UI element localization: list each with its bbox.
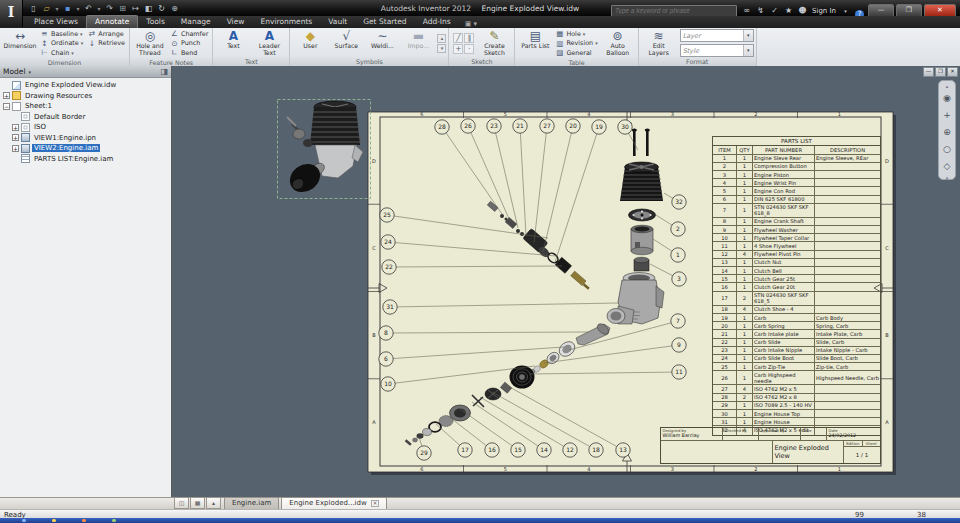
doc-tab-engine-iam[interactable]: Engine.iam — [224, 497, 279, 509]
ribbon-tab-view[interactable]: View — [219, 16, 253, 28]
parts-list-row-31[interactable]: 311Engine House — [713, 418, 880, 426]
doc-minimize-icon[interactable]: — — [923, 67, 934, 77]
doc-tab-engine-exploded-idw[interactable]: Engine Exploded...idw✕ — [281, 497, 387, 509]
tree-item-sheet-1[interactable]: −Sheet:1 — [0, 101, 171, 112]
model-view-toggle-icon[interactable]: ◫ — [174, 497, 189, 509]
close-tab-icon[interactable]: ✕ — [371, 500, 380, 507]
print-icon[interactable]: ⊞ — [117, 3, 128, 14]
ribbon-display-options-icon[interactable]: ▣ ▾ — [465, 20, 477, 28]
parts-list-row-28[interactable]: 282ISO 4762 M2 x 8 — [713, 394, 880, 402]
ribbon-tab-annotate[interactable]: Annotate — [86, 15, 138, 28]
measure-icon[interactable]: ↦ — [130, 3, 141, 14]
doc-restore-icon[interactable]: ❐ — [935, 67, 946, 77]
sketch-tool-icon-3[interactable]: · — [464, 44, 474, 54]
auto-balloon-button[interactable]: ⊚Auto Balloon — [601, 29, 635, 58]
search-input[interactable] — [611, 5, 737, 17]
look-at-icon[interactable]: ◇ — [944, 158, 951, 175]
hole-button[interactable]: ▦Hole▾ — [555, 29, 597, 39]
hole-and-thread-button[interactable]: ◎Hole and Thread — [133, 29, 167, 58]
scroll-down-icon[interactable]: ▾ — [437, 44, 446, 53]
browser-header[interactable]: Model ▾ ◨ — [0, 66, 171, 78]
dropdown-arrow-icon[interactable]: ▾ — [54, 3, 60, 14]
parts-list-row-29[interactable]: 291ISO 7089 2.5 - 140 HV — [713, 402, 880, 410]
doc-close-icon[interactable]: ✕ — [947, 67, 958, 77]
sketch-tool-icon-0[interactable]: ╱ — [453, 33, 463, 43]
user-icon[interactable]: ☻ — [797, 6, 808, 15]
parts-list-row-18[interactable]: 184Clutch Shoe - 4 — [713, 306, 880, 314]
tree-item-iso[interactable]: +ISO — [0, 122, 171, 133]
parts-list-row-30[interactable]: 301Engine House Top — [713, 410, 880, 418]
bend-button[interactable]: ∟Bend — [170, 48, 208, 58]
ribbon-tab-vault[interactable]: Vault — [320, 16, 355, 28]
update-icon[interactable]: ↻ — [156, 3, 167, 14]
revision-button[interactable]: ▥Revision▾ — [555, 39, 597, 49]
chevron-up-icon[interactable]: ▴ — [946, 83, 949, 90]
collapse-tabs-icon[interactable]: ▴ — [206, 497, 221, 509]
sketch-tool-icon-2[interactable]: + — [453, 44, 463, 54]
material-icon[interactable]: ◧ — [143, 3, 154, 14]
binoculars-icon[interactable]: ∞ — [741, 6, 752, 15]
leader-text-button[interactable]: ALeader Text — [252, 29, 286, 57]
wrench-icon[interactable]: ↯ — [755, 6, 766, 15]
chevron-down-icon[interactable]: ▾ — [946, 175, 949, 182]
scroll-up-icon[interactable]: ▴ — [437, 34, 446, 43]
navigation-bar[interactable]: ▴◉+⊕○◇▾ — [938, 80, 956, 180]
parts-list-row-23[interactable]: 231Carb Intake NippleIntake Nipple - Car… — [713, 347, 880, 355]
create-sketch-button[interactable]: ✎Create Sketch — [477, 29, 511, 57]
parts-list-row-14[interactable]: 141Clutch Bell — [713, 267, 880, 275]
undo-icon[interactable]: ↶ — [83, 3, 94, 14]
expand-toggle[interactable]: + — [12, 145, 19, 152]
parts-list-row-12[interactable]: 124Flywheel Pivot Pin — [713, 251, 880, 259]
parts-list-row-20[interactable]: 201Carb SpringSpring, Carb — [713, 322, 880, 330]
dropdown-arrow-icon[interactable]: ▾ — [75, 3, 81, 14]
parts-list-row-3[interactable]: 31Engine Piston — [713, 171, 880, 179]
snapshot-icon[interactable]: ✓ — [769, 6, 780, 15]
save-icon[interactable]: ▪ — [62, 3, 73, 14]
expand-toggle[interactable]: − — [3, 103, 10, 110]
dimension-button[interactable]: ↔Dimension — [3, 29, 37, 58]
tree-item-parts-list-engine-iam[interactable]: PARTS LIST:Engine.iam — [0, 154, 171, 165]
punch-button[interactable]: ⊙Punch — [170, 39, 208, 49]
parts-list-row-22[interactable]: 221Carb SlideSlide, Carb — [713, 339, 880, 347]
ordinate-button[interactable]: ↕Ordinate▾ — [40, 39, 83, 49]
parts-list-row-11[interactable]: 1114 Shoe Flywheel — [713, 242, 880, 250]
expand-toggle[interactable]: + — [12, 124, 19, 131]
parts-list-row-1[interactable]: 11Engine Sleve RearEngine Sleeve, REar — [713, 155, 880, 163]
ribbon-tab-place-views[interactable]: Place Views — [26, 16, 86, 28]
parts-list-row-5[interactable]: 51Engine Con Rod — [713, 187, 880, 195]
parts-list-row-21[interactable]: 211Carb Intake plateIntake Plate, Carb — [713, 330, 880, 338]
parts-list-row-2[interactable]: 21Compression Button — [713, 163, 880, 171]
ribbon-tab-tools[interactable]: Tools — [138, 16, 172, 28]
zoom-icon[interactable]: ⊕ — [943, 124, 951, 141]
expand-toggle[interactable]: + — [12, 134, 19, 141]
new-file-icon[interactable]: ▯ — [28, 3, 39, 14]
ribbon-tab-environments[interactable]: Environments — [252, 16, 320, 28]
sign-in-link[interactable]: Sign In — [812, 7, 836, 15]
dropdown-arrow-icon[interactable]: ▾ — [96, 3, 102, 14]
parts-list-row-10[interactable]: 101Flywheel Taper Collar — [713, 234, 880, 242]
tree-item-view1-engine-ipn[interactable]: +VIEW1:Engine.ipn — [0, 133, 171, 144]
style-select[interactable]: Style▾ — [680, 44, 754, 57]
ribbon-tab-add-ins[interactable]: Add-Ins — [415, 16, 459, 28]
application-menu-button[interactable]: I — [0, 0, 23, 27]
tree-item-default-border[interactable]: Default Border — [0, 112, 171, 123]
weldi-button[interactable]: ∼Weldi... — [365, 29, 399, 57]
parts-list-row-15[interactable]: 151Clutch Gear 25t — [713, 275, 880, 283]
parts-list-row-13[interactable]: 131Clutch Nut — [713, 259, 880, 267]
parts-list-row-4[interactable]: 41Engine Wrist Pin — [713, 179, 880, 187]
sign-in-dropdown-icon[interactable]: ▾ — [840, 8, 851, 14]
expand-toggle[interactable]: + — [3, 92, 10, 99]
redo-icon[interactable]: ↷ — [104, 3, 115, 14]
browser-header-dropdown-icon[interactable]: ▾ — [29, 69, 32, 75]
parts-list-row-17[interactable]: 172STN 024630 SKF SKF 618_5 — [713, 292, 880, 306]
chamfer-button[interactable]: ∠Chamfer — [170, 29, 208, 39]
sketch-tool-icon-1[interactable]: ‖ — [464, 33, 474, 43]
favorites-star-icon[interactable]: ★ — [783, 6, 794, 15]
layer-select[interactable]: Layer▾ — [680, 29, 754, 42]
surface-button[interactable]: √Surface — [329, 29, 363, 57]
parts-list-table[interactable]: PARTS LIST ITEMQTYPART NUMBERDESCRIPTION… — [712, 136, 881, 436]
parts-list-row-7[interactable]: 71STN 024630 SKF SKF 618_8 — [713, 204, 880, 218]
chain-button[interactable]: ⊢Chain▾ — [40, 48, 83, 58]
ribbon-tab-manage[interactable]: Manage — [173, 16, 219, 28]
tree-item-engine-exploded-view-idw[interactable]: Engine Exploded View.idw — [0, 80, 171, 91]
